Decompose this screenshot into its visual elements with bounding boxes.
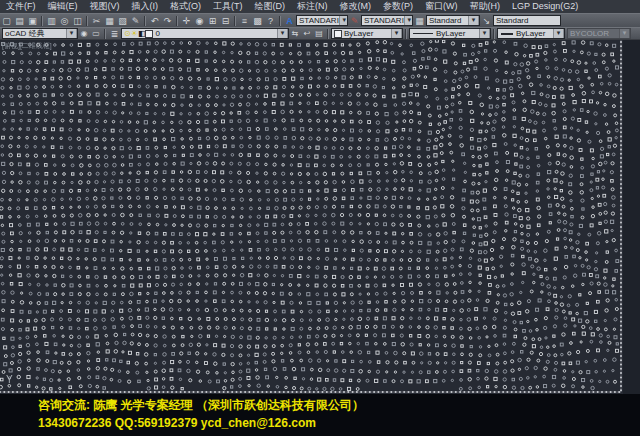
- layer-freeze-sun-icon[interactable]: ☀: [131, 29, 138, 38]
- toolbar-separator: [104, 29, 106, 39]
- toolbar-separator: [327, 29, 329, 39]
- ucs-y-label: Y: [6, 374, 13, 385]
- design-center-icon[interactable]: ▩: [251, 15, 264, 27]
- table-style-value: Standard: [429, 16, 461, 25]
- make-object-layer-current-icon[interactable]: ⇆: [289, 28, 301, 40]
- properties-icon[interactable]: ≡: [238, 15, 251, 27]
- menu-help[interactable]: 帮助(H): [464, 0, 507, 13]
- mleader-style-combo[interactable]: Standard: [493, 15, 561, 26]
- menu-edit[interactable]: 编辑(E): [42, 0, 84, 13]
- mleader-style-icon[interactable]: ↘: [480, 15, 493, 27]
- toolbar-separator: [176, 16, 178, 26]
- menu-parametric[interactable]: 参数(P): [377, 0, 419, 13]
- chevron-down-icon[interactable]: ▾: [404, 15, 413, 26]
- layer-states-icon[interactable]: ▤: [313, 28, 325, 40]
- ad-contact-line: 咨询交流: 陈鹰 光学专案经理 （深圳市跃创达科技有限公司）: [38, 396, 640, 414]
- layer-lock-icon[interactable]: ◧: [138, 29, 146, 38]
- undo-icon[interactable]: ↶: [148, 15, 161, 27]
- chevron-down-icon[interactable]: ▾: [339, 15, 348, 26]
- chevron-down-icon[interactable]: ▾: [391, 28, 402, 39]
- menu-file[interactable]: 文件(F): [0, 0, 42, 13]
- ad-phone-line: 13430672236 QQ:569192379 ycd_chen@126.co…: [38, 414, 640, 432]
- lineweight-value: ByLayer: [516, 29, 545, 38]
- menu-view[interactable]: 视图(V): [84, 0, 126, 13]
- dim-style-icon[interactable]: ✎: [348, 15, 361, 27]
- pan-icon[interactable]: ✛: [180, 15, 193, 27]
- menu-insert[interactable]: 插入(I): [126, 0, 165, 13]
- toolbar-separator: [234, 16, 236, 26]
- chevron-down-icon[interactable]: ▾: [277, 28, 288, 39]
- table-style-icon[interactable]: ▦: [413, 15, 426, 27]
- plot-preview-icon[interactable]: ◎: [58, 15, 71, 27]
- layer-properties-icon[interactable]: ≣: [108, 28, 121, 40]
- layers-properties-toolbar: oCAD 经典 ▾ ◉ ▭ ≣ ⊙ ☀ ◧ 0 ▾ ⇆ ↩ ▤ ByLayer …: [0, 27, 640, 40]
- redo-icon[interactable]: ↷: [161, 15, 174, 27]
- publish-icon[interactable]: ◫: [71, 15, 84, 27]
- text-style-icon[interactable]: A: [283, 15, 296, 27]
- menu-dimension[interactable]: 标注(N): [291, 0, 334, 13]
- paste-icon[interactable]: ▧: [116, 15, 129, 27]
- menu-format[interactable]: 格式(O): [164, 0, 207, 13]
- toolbar-separator: [405, 29, 407, 39]
- menu-modify[interactable]: 修改(M): [334, 0, 378, 13]
- lineweight-sample: [501, 33, 513, 35]
- chevron-down-icon[interactable]: ▾: [479, 28, 490, 39]
- save-icon[interactable]: ▣: [26, 15, 39, 27]
- chevron-down-icon[interactable]: ▾: [66, 28, 77, 39]
- text-style-value: STANDARI: [299, 16, 339, 25]
- chevron-down-icon[interactable]: ▾: [553, 28, 564, 39]
- toolbar-separator: [279, 16, 281, 26]
- help-icon[interactable]: ?: [264, 15, 277, 27]
- layer-color-swatch[interactable]: [145, 30, 153, 38]
- text-style-combo[interactable]: STANDARI ▾: [296, 15, 348, 26]
- plotstyle-combo: BYCOLOR ▾: [567, 28, 631, 39]
- color-swatch: [334, 30, 342, 38]
- cut-icon[interactable]: ✂: [90, 15, 103, 27]
- open-icon[interactable]: ▤: [13, 15, 26, 27]
- lineweight-combo[interactable]: ByLayer ▾: [497, 28, 565, 39]
- workspace-combo[interactable]: oCAD 经典 ▾: [2, 28, 78, 39]
- drawing-canvas[interactable]: [0, 40, 640, 394]
- zoom-window-icon[interactable]: ⊞: [206, 15, 219, 27]
- match-properties-icon[interactable]: ✎: [129, 15, 142, 27]
- workspace-value: oCAD 经典: [5, 28, 45, 39]
- zoom-realtime-icon[interactable]: ◉: [193, 15, 206, 27]
- dim-style-value: STANDARI: [364, 16, 404, 25]
- layer-name-value: 0: [155, 29, 159, 38]
- dim-style-combo[interactable]: STANDARI ▾: [361, 15, 413, 26]
- viewport-controls-label[interactable]: [俯视][二维线框]: [2, 41, 52, 51]
- toolbar-separator: [493, 29, 495, 39]
- layer-on-bulb-icon[interactable]: ⊙: [124, 29, 131, 38]
- linetype-combo[interactable]: ByLayer ▾: [409, 28, 491, 39]
- zoom-previous-icon[interactable]: ⊟: [219, 15, 232, 27]
- toolbar-separator: [86, 16, 88, 26]
- color-value: ByLayer: [344, 29, 373, 38]
- menu-lgp-design[interactable]: LGP Design(G2): [506, 0, 584, 13]
- linetype-sample: [413, 33, 433, 34]
- plotstyle-value: BYCOLOR: [570, 29, 609, 38]
- menu-tools[interactable]: 工具(T): [207, 0, 249, 13]
- color-combo[interactable]: ByLayer ▾: [331, 28, 403, 39]
- chevron-down-icon: ▾: [619, 28, 630, 39]
- qnew-icon[interactable]: ▢: [0, 15, 13, 27]
- plot-icon[interactable]: ▥: [45, 15, 58, 27]
- table-style-combo[interactable]: Standard ▾: [426, 15, 480, 26]
- autocad-window: 文件(F) 编辑(E) 视图(V) 插入(I) 格式(O) 工具(T) 绘图(D…: [0, 0, 640, 436]
- chevron-down-icon[interactable]: ▾: [468, 15, 479, 26]
- command-area[interactable]: 咨询交流: 陈鹰 光学专案经理 （深圳市跃创达科技有限公司） 134306722…: [0, 394, 640, 436]
- layer-previous-icon[interactable]: ↩: [301, 28, 313, 40]
- workspace-save-icon[interactable]: ▭: [90, 28, 102, 40]
- layer-combo[interactable]: ⊙ ☀ ◧ 0 ▾: [121, 28, 289, 39]
- standard-toolbar: ▢ ▤ ▣ ▥ ◎ ◫ ✂ ▦ ▧ ✎ ↶ ↷ ✛ ◉ ⊞ ⊟ ≡ ▩ ? A …: [0, 13, 640, 27]
- linetype-value: ByLayer: [436, 29, 465, 38]
- toolbar-separator: [41, 16, 43, 26]
- menu-draw[interactable]: 绘图(D): [249, 0, 292, 13]
- toolbar-separator: [144, 16, 146, 26]
- copy-icon[interactable]: ▦: [103, 15, 116, 27]
- menu-window[interactable]: 窗口(W): [419, 0, 464, 13]
- mleader-style-value: Standard: [496, 16, 528, 25]
- menu-bar: 文件(F) 编辑(E) 视图(V) 插入(I) 格式(O) 工具(T) 绘图(D…: [0, 0, 640, 13]
- workspace-settings-icon[interactable]: ◉: [78, 28, 90, 40]
